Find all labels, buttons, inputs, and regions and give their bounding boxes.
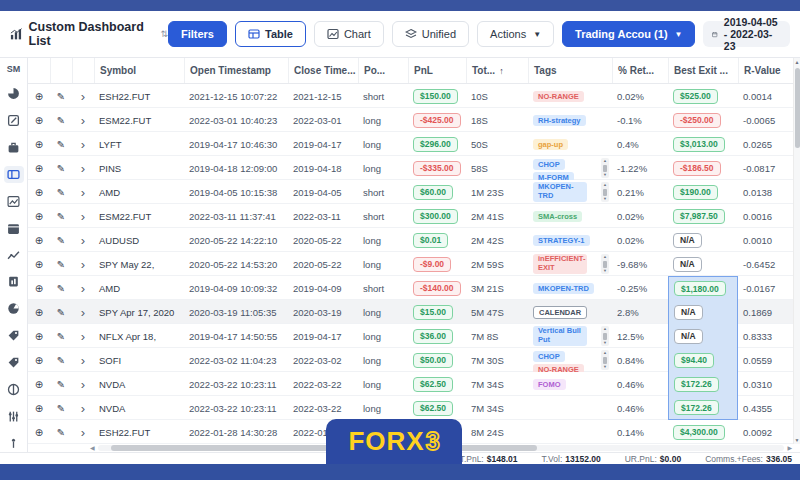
edit-icon[interactable]: ✎ [50, 204, 72, 228]
table-row[interactable]: ⊕✎›LYFT2019-04-17 10:46:302019-04-17long… [28, 132, 793, 156]
edit-icon[interactable]: ✎ [50, 300, 72, 324]
table-row[interactable]: ⊕✎›ESH22.FUT2021-12-15 10:07:222021-12-1… [28, 84, 793, 108]
expand-chevron-icon[interactable]: › [72, 228, 94, 252]
edit-icon[interactable]: ✎ [50, 420, 72, 444]
table-row[interactable]: ⊕✎›SOFI2022-03-02 11:04:232022-03-02long… [28, 348, 793, 372]
edit-icon[interactable]: ✎ [50, 276, 72, 300]
table-row[interactable]: ⊕✎›ESM22.FUT2022-03-01 10:40:232022-03-0… [28, 108, 793, 132]
expand-chevron-icon[interactable]: › [72, 300, 94, 324]
tags-scrollbar[interactable]: ▲▼ [601, 254, 609, 274]
trading-account-dropdown[interactable]: Trading Accou (1) ▼ [562, 21, 695, 47]
title-selector-icon[interactable]: ⇅ [160, 29, 168, 39]
vertical-scroll-thumb[interactable] [795, 68, 800, 148]
scroll-down-icon[interactable]: ▼ [603, 197, 607, 201]
tab-table[interactable]: Table [235, 21, 306, 47]
table-row[interactable]: ⊕✎›AUDUSD2020-05-22 14:22:102020-05-22lo… [28, 228, 793, 252]
expand-chevron-icon[interactable]: › [72, 252, 94, 276]
table-row[interactable]: ⊕✎›AMD2019-04-09 10:09:322019-04-09short… [28, 276, 793, 300]
expand-chevron-icon[interactable]: › [72, 348, 94, 372]
target-icon[interactable]: ⊕ [28, 276, 50, 300]
trend-up-icon[interactable] [4, 246, 24, 264]
date-range-picker[interactable]: 2019-04-05 - 2022-03-23 [703, 21, 790, 47]
edit-icon[interactable]: ✎ [50, 324, 72, 348]
col-position[interactable]: Po... [358, 58, 408, 83]
scroll-down-icon[interactable]: ▼ [603, 341, 607, 345]
scroll-up-icon[interactable]: ▲ [603, 255, 607, 259]
edit-icon[interactable]: ✎ [50, 156, 72, 180]
col-tags[interactable]: Tags [528, 58, 612, 83]
expand-chevron-icon[interactable]: › [72, 84, 94, 108]
target-icon[interactable]: ⊕ [28, 204, 50, 228]
expand-chevron-icon[interactable]: › [72, 132, 94, 156]
col-total[interactable]: Tot...↑ [466, 58, 528, 83]
calendar-icon[interactable] [4, 219, 24, 237]
target-icon[interactable]: ⊕ [28, 300, 50, 324]
journal-icon[interactable] [4, 112, 24, 130]
col-r-value[interactable]: R-Value [738, 58, 793, 83]
scroll-up-icon[interactable]: ▲ [603, 351, 607, 355]
target-icon[interactable]: ⊕ [28, 108, 50, 132]
expand-chevron-icon[interactable]: › [72, 396, 94, 420]
expand-chevron-icon[interactable]: › [72, 108, 94, 132]
target-icon[interactable]: ⊕ [28, 324, 50, 348]
col-symbol[interactable]: Symbol [94, 58, 184, 83]
edit-icon[interactable]: ✎ [50, 108, 72, 132]
tag-icon[interactable] [4, 327, 24, 345]
col-open-timestamp[interactable]: Open Timestamp [184, 58, 288, 83]
edit-icon[interactable]: ✎ [50, 348, 72, 372]
tags-scrollbar[interactable]: ▲▼ [601, 182, 609, 202]
edit-icon[interactable]: ✎ [50, 84, 72, 108]
tag-alt-icon[interactable] [4, 354, 24, 372]
actions-button[interactable]: Actions ▼ [477, 21, 554, 47]
col-best-exit[interactable]: Best Exit ... [668, 58, 738, 83]
scroll-down-icon[interactable]: ▼ [603, 269, 607, 273]
tab-chart[interactable]: Chart [314, 21, 384, 47]
report-icon[interactable] [4, 273, 24, 291]
split-circle-icon[interactable] [4, 380, 24, 398]
dashboard-title-group[interactable]: Custom Dashboard List ⇅ [10, 20, 168, 48]
sidebar-item-table-view[interactable] [4, 166, 24, 184]
pie-chart-icon[interactable] [4, 300, 24, 318]
table-row[interactable]: ⊕✎›NVDA2022-03-22 10:23:112022-03-22long… [28, 372, 793, 396]
tab-unified[interactable]: Unified [392, 21, 469, 47]
target-icon[interactable]: ⊕ [28, 84, 50, 108]
table-row[interactable]: ⊕✎›SPY May 22,2020-05-22 14:53:202020-05… [28, 252, 793, 276]
tags-scroll-thumb[interactable] [603, 261, 607, 268]
edit-icon[interactable]: ✎ [50, 180, 72, 204]
scroll-left-icon[interactable]: ◀ [90, 444, 95, 452]
table-row[interactable]: ⊕✎›PINS2019-04-18 12:09:002019-04-18long… [28, 156, 793, 180]
scroll-down-icon[interactable]: ▼ [603, 173, 607, 177]
scroll-up-icon[interactable]: ▲ [795, 59, 800, 65]
sliders-icon[interactable] [4, 407, 24, 425]
tags-scroll-thumb[interactable] [603, 357, 607, 364]
tags-scroll-thumb[interactable] [603, 165, 607, 172]
target-icon[interactable]: ⊕ [28, 156, 50, 180]
expand-chevron-icon[interactable]: › [72, 420, 94, 444]
expand-chevron-icon[interactable]: › [72, 156, 94, 180]
target-icon[interactable]: ⊕ [28, 372, 50, 396]
line-chart-icon[interactable] [4, 192, 24, 210]
expand-chevron-icon[interactable]: › [72, 324, 94, 348]
scroll-up-icon[interactable]: ▲ [603, 159, 607, 163]
target-icon[interactable]: ⊕ [28, 420, 50, 444]
edit-icon[interactable]: ✎ [50, 372, 72, 396]
equalizer-icon[interactable] [4, 434, 24, 452]
col-return[interactable]: % Ret... [612, 58, 668, 83]
target-icon[interactable]: ⊕ [28, 348, 50, 372]
edit-icon[interactable]: ✎ [50, 252, 72, 276]
expand-chevron-icon[interactable]: › [72, 204, 94, 228]
scroll-up-icon[interactable]: ▲ [603, 183, 607, 187]
horizontal-scroll-thumb[interactable] [111, 445, 537, 451]
table-row[interactable]: ⊕✎›SPY Apr 17, 20202020-03-19 11:05:3520… [28, 300, 793, 324]
target-icon[interactable]: ⊕ [28, 132, 50, 156]
edit-icon[interactable]: ✎ [50, 396, 72, 420]
tags-scroll-thumb[interactable] [603, 189, 607, 196]
table-row[interactable]: ⊕✎›NVDA2022-03-22 10:23:112022-03-22long… [28, 396, 793, 420]
table-row[interactable]: ⊕✎›ESM22.FUT2022-03-11 11:37:412022-03-1… [28, 204, 793, 228]
scroll-up-icon[interactable]: ▲ [603, 327, 607, 331]
expand-chevron-icon[interactable]: › [72, 372, 94, 396]
table-row[interactable]: ⊕✎›NFLX Apr 18,2019-04-17 14:50:552019-0… [28, 324, 793, 348]
target-icon[interactable]: ⊕ [28, 180, 50, 204]
tags-scrollbar[interactable]: ▲▼ [601, 158, 609, 178]
tags-scroll-thumb[interactable] [603, 333, 607, 340]
